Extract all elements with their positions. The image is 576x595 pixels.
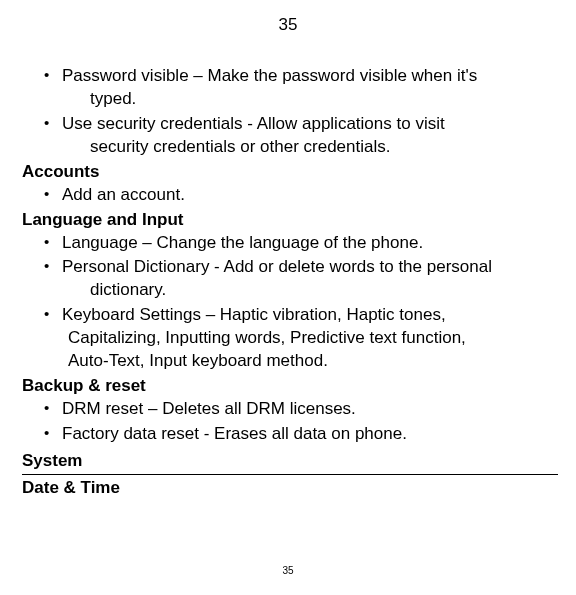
list-item: Language – Change the language of the ph… [44, 232, 558, 255]
list-item: Personal Dictionary - Add or delete word… [44, 256, 558, 302]
accounts-list: Add an account. [22, 184, 558, 207]
backup-list: DRM reset – Deletes all DRM licenses. Fa… [22, 398, 558, 446]
item-text: DRM reset – Deletes all DRM licenses. [62, 399, 356, 418]
page-number-bottom: 35 [0, 564, 576, 578]
item-text: Personal Dictionary - Add or delete word… [62, 256, 558, 279]
page-number-top: 35 [18, 14, 558, 37]
item-text-cont: Auto-Text, Input keyboard method. [62, 350, 558, 373]
heading-language-input: Language and Input [22, 209, 558, 232]
heading-accounts: Accounts [22, 161, 558, 184]
item-text: Keyboard Settings – Haptic vibration, Ha… [62, 304, 558, 327]
item-text-cont: security credentials or other credential… [62, 136, 558, 159]
list-item: Use security credentials - Allow applica… [44, 113, 558, 159]
heading-backup-reset: Backup & reset [22, 375, 558, 398]
heading-date-time: Date & Time [22, 477, 558, 500]
list-item: DRM reset – Deletes all DRM licenses. [44, 398, 558, 421]
list-item: Add an account. [44, 184, 558, 207]
item-text-cont: Capitalizing, Inputting words, Predictiv… [62, 327, 558, 350]
list-item: Keyboard Settings – Haptic vibration, Ha… [44, 304, 558, 373]
heading-system: System [22, 450, 558, 475]
item-text: Add an account. [62, 185, 185, 204]
item-text-cont: typed. [62, 88, 558, 111]
item-text-cont: dictionary. [62, 279, 558, 302]
document-content: Password visible – Make the password vis… [18, 65, 558, 500]
item-text: Factory data reset - Erases all data on … [62, 424, 407, 443]
item-text: Use security credentials - Allow applica… [62, 113, 558, 136]
list-item: Factory data reset - Erases all data on … [44, 423, 558, 446]
item-text: Language – Change the language of the ph… [62, 233, 423, 252]
item-text: Password visible – Make the password vis… [62, 65, 558, 88]
security-list: Password visible – Make the password vis… [22, 65, 558, 159]
list-item: Password visible – Make the password vis… [44, 65, 558, 111]
language-list: Language – Change the language of the ph… [22, 232, 558, 374]
